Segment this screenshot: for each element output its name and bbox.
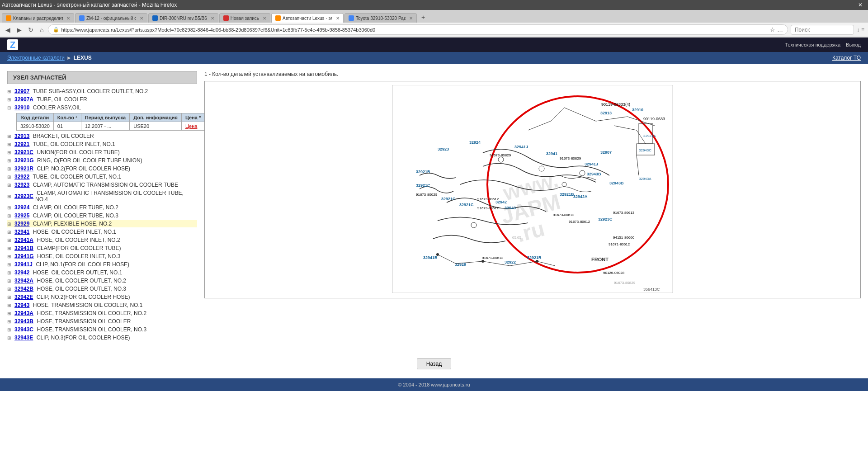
- url-bar[interactable]: 🔒 https://www.japancats.ru/Lexus/Parts.a…: [48, 24, 788, 35]
- tab-close-4[interactable]: ✕: [336, 16, 340, 21]
- part-header-32941A[interactable]: ⊞ 32941A HOSE, OIL COOLER INLET, NO.2: [7, 236, 197, 244]
- expand-icon-32943A: ⊞: [7, 311, 13, 316]
- part-number-32913[interactable]: 32913: [14, 133, 29, 139]
- close-window-button[interactable]: ✕: [854, 2, 866, 8]
- menu-icon[interactable]: ≡: [861, 27, 864, 33]
- bookmark-icon[interactable]: ☆: [770, 26, 775, 33]
- part-header-32941G[interactable]: ⊞ 32941G HOSE, OIL COOLER INLET, NO.3: [7, 253, 197, 260]
- part-number-32943[interactable]: 32943: [14, 302, 29, 308]
- part-header-32941[interactable]: ⊞ 32941 HOSE, OIL COOLER INLET, NO.1: [7, 228, 197, 236]
- expand-icon-32921G: ⊞: [7, 158, 13, 163]
- part-number-32921C[interactable]: 32921C: [14, 149, 33, 156]
- support-link[interactable]: Техническая поддержка: [785, 42, 840, 47]
- expand-icon-32921R: ⊞: [7, 166, 13, 171]
- tab-4[interactable]: Автозапчасти Lexus - элект... ✕: [271, 13, 344, 23]
- reload-button[interactable]: ↻: [26, 25, 35, 34]
- svg-point-53: [536, 260, 538, 263]
- part-header-32943E[interactable]: ⊞ 32943E CLIP, NO.3(FOR OIL COOLER HOSE): [7, 334, 197, 341]
- part-header-32922[interactable]: ⊞ 32922 TUBE, OIL COOLER OUTLET, NO.1: [7, 173, 197, 180]
- expand-icon-32923: ⊞: [7, 183, 13, 188]
- tab-close-5[interactable]: ✕: [409, 16, 413, 21]
- tab-2[interactable]: DIR-300NRU rev.B5/B6 ✕: [148, 13, 218, 23]
- part-number-32910[interactable]: 32910: [14, 104, 29, 111]
- part-header-32941J[interactable]: ⊞ 32941J CLIP, NO.1(FOR OIL COOLER HOSE): [7, 261, 197, 268]
- part-number-32941J[interactable]: 32941J: [14, 261, 33, 268]
- part-number-32921[interactable]: 32921: [14, 141, 29, 147]
- part-header-32929[interactable]: ⊞ 32929 CLAMP, FLEXIBLE HOSE, NO.2: [7, 220, 197, 227]
- breadcrumb-catalog-link[interactable]: Электронные каталоги: [7, 55, 65, 61]
- tab-close-3[interactable]: ✕: [263, 16, 266, 21]
- part-number-32923C[interactable]: 32923C: [14, 193, 33, 199]
- expand-icon-32943B: ⊞: [7, 319, 13, 324]
- tab-close-0[interactable]: ✕: [66, 16, 70, 21]
- part-name-32907: TUBE SUB-ASSY,OIL COOLER OUTLET, NO.2: [31, 88, 148, 94]
- part-number-32943A[interactable]: 32943A: [14, 310, 33, 316]
- part-header-32943C[interactable]: ⊞ 32943C HOSE, TRANSMISSION OIL COOLER, …: [7, 326, 197, 333]
- tab-3[interactable]: Новая запись ✕: [219, 13, 270, 23]
- part-name-32941J: CLIP, NO.1(FOR OIL COOLER HOSE): [34, 261, 129, 268]
- tab-0[interactable]: Клапаны и распределит... ✕: [2, 13, 74, 23]
- logout-link[interactable]: Выход: [846, 42, 861, 47]
- part-header-32942[interactable]: ⊞ 32942 HOSE, OIL COOLER OUTLET, NO.1: [7, 269, 197, 276]
- part-number-32943B[interactable]: 32943B: [14, 318, 33, 325]
- part-header-32941B[interactable]: ⊞ 32941B CLAMP(FOR OIL COOLER TUBE): [7, 245, 197, 252]
- part-number-32923[interactable]: 32923: [14, 182, 29, 188]
- expand-icon-32921C: ⊞: [7, 150, 13, 155]
- part-header-32907A[interactable]: ⊞ 32907A TUBE, OIL COOLER: [7, 96, 197, 103]
- tab-5[interactable]: Toyota 32910-53020 Рад... ✕: [344, 13, 417, 23]
- tab-close-2[interactable]: ✕: [211, 16, 214, 21]
- part-number-32925[interactable]: 32925: [14, 212, 29, 219]
- part-header-32942A[interactable]: ⊞ 32942A HOSE, OIL COOLER OUTLET, NO.2: [7, 277, 197, 284]
- part-number-32929[interactable]: 32929: [14, 221, 29, 227]
- part-header-32921G[interactable]: ⊞ 32921G RING, O(FOR OIL COOLER TUBE UNI…: [7, 157, 197, 164]
- part-number-32942[interactable]: 32942: [14, 269, 29, 276]
- part-header-32913[interactable]: ⊞ 32913 BRACKET, OIL COOLER: [7, 132, 197, 140]
- part-name-32921R: CLIP, NO.2(FOR OIL COOLER HOSE): [35, 165, 130, 172]
- forward-nav-button[interactable]: ▶: [15, 25, 24, 34]
- part-number-32924[interactable]: 32924: [14, 204, 29, 211]
- part-number-32942B[interactable]: 32942B: [14, 286, 33, 292]
- download-icon[interactable]: ↓: [857, 27, 859, 33]
- part-number-32922[interactable]: 32922: [14, 174, 29, 180]
- part-header-32943[interactable]: ⊞ 32943 HOSE, TRANSMISSION OIL COOLER, N…: [7, 302, 197, 309]
- back-button[interactable]: Назад: [417, 358, 451, 369]
- search-input[interactable]: [791, 25, 854, 35]
- part-number-32941G[interactable]: 32941G: [14, 253, 34, 259]
- part-header-32921[interactable]: ⊞ 32921 TUBE, OIL COOLER INLET, NO.1: [7, 141, 197, 148]
- part-header-32910[interactable]: ⊟ 32910 COOLER ASSY,OIL: [7, 104, 197, 111]
- more-icon[interactable]: …: [777, 26, 783, 33]
- part-header-32942B[interactable]: ⊞ 32942B HOSE, OIL COOLER OUTLET, NO.3: [7, 285, 197, 292]
- part-number-32942A[interactable]: 32942A: [14, 278, 33, 284]
- catalog-to-link[interactable]: Каталог ТО: [832, 55, 861, 61]
- part-number-32941A[interactable]: 32941A: [14, 237, 33, 243]
- tab-1[interactable]: ZM-12 - официальный с... ✕: [75, 13, 147, 23]
- part-number-32941B[interactable]: 32941B: [14, 245, 33, 251]
- diagram-note: 1 - Кол-во деталей устанавливаемых на ав…: [204, 71, 861, 77]
- part-number-32943C[interactable]: 32943C: [14, 326, 33, 333]
- part-number-32921R[interactable]: 32921R: [14, 165, 33, 172]
- part-header-32921C[interactable]: ⊞ 32921C UNION(FOR OIL COOLER TUBE): [7, 149, 197, 156]
- new-tab-button[interactable]: +: [418, 12, 429, 23]
- part-header-32943A[interactable]: ⊞ 32943A HOSE, TRANSMISSION OIL COOLER, …: [7, 310, 197, 317]
- svg-text:32943B: 32943B: [609, 181, 624, 185]
- part-header-32921R[interactable]: ⊞ 32921R CLIP, NO.2(FOR OIL COOLER HOSE): [7, 165, 197, 172]
- price-link[interactable]: Цена: [185, 123, 197, 129]
- part-header-32924[interactable]: ⊞ 32924 CLAMP, OIL COOLER TUBE, NO.2: [7, 204, 197, 211]
- part-header-32943B[interactable]: ⊞ 32943B HOSE, TRANSMISSION OIL COOLER: [7, 318, 197, 325]
- svg-text:90119-0633...: 90119-0633...: [643, 117, 669, 121]
- part-number-32942E[interactable]: 32942E: [14, 294, 33, 300]
- part-number-32941[interactable]: 32941: [14, 229, 29, 235]
- back-nav-button[interactable]: ◀: [4, 25, 12, 34]
- part-header-32942E[interactable]: ⊞ 32942E CLIP, NO.2(FOR OIL COOLER HOSE): [7, 293, 197, 301]
- home-button[interactable]: ⌂: [38, 25, 45, 34]
- part-number-32943E[interactable]: 32943E: [14, 335, 33, 341]
- tab-close-1[interactable]: ✕: [140, 16, 143, 21]
- panel-title: УЗЕЛ ЗАПЧАСТЕЙ: [7, 71, 197, 84]
- part-header-32925[interactable]: ⊞ 32925 CLAMP, OIL COOLER TUBE, NO.3: [7, 212, 197, 219]
- part-number-32907A[interactable]: 32907A: [14, 96, 33, 103]
- part-header-32907[interactable]: ⊞ 32907 TUBE SUB-ASSY,OIL COOLER OUTLET,…: [7, 88, 197, 95]
- part-number-32907[interactable]: 32907: [14, 88, 29, 94]
- part-number-32921G[interactable]: 32921G: [14, 157, 34, 164]
- part-header-32923C[interactable]: ⊞ 32923C CLAMP, AUTOMATIC TRANSMISSION O…: [7, 189, 197, 203]
- part-header-32923[interactable]: ⊞ 32923 CLAMP, AUTOMATIC TRANSMISSION OI…: [7, 181, 197, 189]
